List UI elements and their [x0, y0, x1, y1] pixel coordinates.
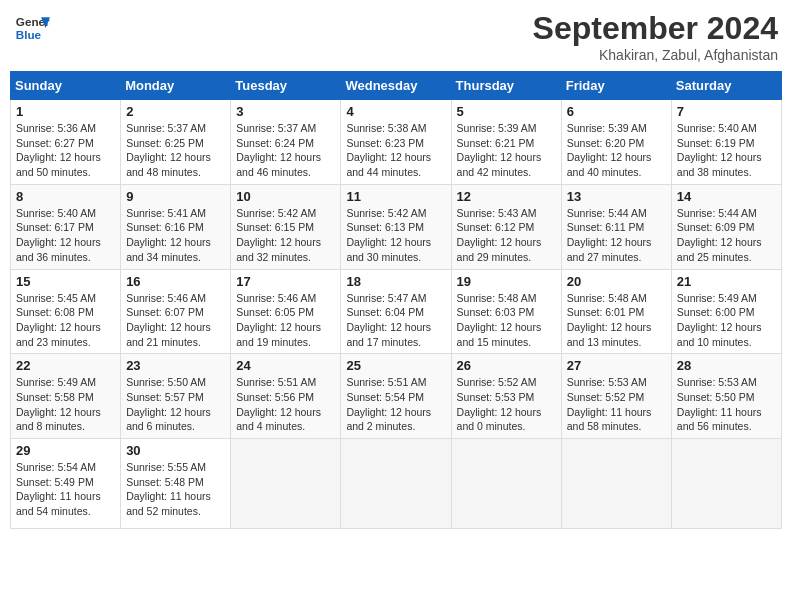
day-info: Sunrise: 5:42 AMSunset: 6:15 PMDaylight:…: [236, 207, 321, 263]
day-info: Sunrise: 5:37 AMSunset: 6:24 PMDaylight:…: [236, 122, 321, 178]
calendar-row-0: 1 Sunrise: 5:36 AMSunset: 6:27 PMDayligh…: [11, 100, 782, 185]
day-info: Sunrise: 5:53 AMSunset: 5:50 PMDaylight:…: [677, 376, 762, 432]
day-number: 11: [346, 189, 445, 204]
header-tuesday: Tuesday: [231, 72, 341, 100]
day-number: 23: [126, 358, 225, 373]
day-info: Sunrise: 5:44 AMSunset: 6:09 PMDaylight:…: [677, 207, 762, 263]
calendar-cell: 18 Sunrise: 5:47 AMSunset: 6:04 PMDaylig…: [341, 269, 451, 354]
header-monday: Monday: [121, 72, 231, 100]
calendar-cell: [341, 439, 451, 529]
calendar-cell: 14 Sunrise: 5:44 AMSunset: 6:09 PMDaylig…: [671, 184, 781, 269]
day-info: Sunrise: 5:50 AMSunset: 5:57 PMDaylight:…: [126, 376, 211, 432]
calendar-cell: [561, 439, 671, 529]
day-number: 15: [16, 274, 115, 289]
calendar-cell: 7 Sunrise: 5:40 AMSunset: 6:19 PMDayligh…: [671, 100, 781, 185]
day-number: 1: [16, 104, 115, 119]
calendar-cell: 29 Sunrise: 5:54 AMSunset: 5:49 PMDaylig…: [11, 439, 121, 529]
day-info: Sunrise: 5:47 AMSunset: 6:04 PMDaylight:…: [346, 292, 431, 348]
calendar-row-1: 8 Sunrise: 5:40 AMSunset: 6:17 PMDayligh…: [11, 184, 782, 269]
calendar-row-4: 29 Sunrise: 5:54 AMSunset: 5:49 PMDaylig…: [11, 439, 782, 529]
day-number: 13: [567, 189, 666, 204]
calendar-cell: 12 Sunrise: 5:43 AMSunset: 6:12 PMDaylig…: [451, 184, 561, 269]
day-number: 24: [236, 358, 335, 373]
header-sunday: Sunday: [11, 72, 121, 100]
day-info: Sunrise: 5:44 AMSunset: 6:11 PMDaylight:…: [567, 207, 652, 263]
day-number: 25: [346, 358, 445, 373]
calendar-cell: 20 Sunrise: 5:48 AMSunset: 6:01 PMDaylig…: [561, 269, 671, 354]
calendar-cell: 4 Sunrise: 5:38 AMSunset: 6:23 PMDayligh…: [341, 100, 451, 185]
day-number: 14: [677, 189, 776, 204]
logo: General Blue: [14, 10, 50, 46]
day-info: Sunrise: 5:51 AMSunset: 5:54 PMDaylight:…: [346, 376, 431, 432]
day-number: 28: [677, 358, 776, 373]
calendar-cell: 27 Sunrise: 5:53 AMSunset: 5:52 PMDaylig…: [561, 354, 671, 439]
day-info: Sunrise: 5:43 AMSunset: 6:12 PMDaylight:…: [457, 207, 542, 263]
header-thursday: Thursday: [451, 72, 561, 100]
calendar-cell: 10 Sunrise: 5:42 AMSunset: 6:15 PMDaylig…: [231, 184, 341, 269]
day-info: Sunrise: 5:41 AMSunset: 6:16 PMDaylight:…: [126, 207, 211, 263]
calendar-cell: 24 Sunrise: 5:51 AMSunset: 5:56 PMDaylig…: [231, 354, 341, 439]
day-number: 12: [457, 189, 556, 204]
calendar-cell: 16 Sunrise: 5:46 AMSunset: 6:07 PMDaylig…: [121, 269, 231, 354]
day-info: Sunrise: 5:49 AMSunset: 5:58 PMDaylight:…: [16, 376, 101, 432]
day-info: Sunrise: 5:39 AMSunset: 6:20 PMDaylight:…: [567, 122, 652, 178]
day-number: 27: [567, 358, 666, 373]
svg-text:Blue: Blue: [16, 28, 42, 41]
calendar-cell: 5 Sunrise: 5:39 AMSunset: 6:21 PMDayligh…: [451, 100, 561, 185]
day-info: Sunrise: 5:42 AMSunset: 6:13 PMDaylight:…: [346, 207, 431, 263]
day-info: Sunrise: 5:55 AMSunset: 5:48 PMDaylight:…: [126, 461, 211, 517]
calendar-cell: 17 Sunrise: 5:46 AMSunset: 6:05 PMDaylig…: [231, 269, 341, 354]
subtitle: Khakiran, Zabul, Afghanistan: [533, 47, 778, 63]
day-number: 16: [126, 274, 225, 289]
day-number: 29: [16, 443, 115, 458]
day-number: 6: [567, 104, 666, 119]
header: General Blue September 2024 Khakiran, Za…: [10, 10, 782, 63]
month-title: September 2024: [533, 10, 778, 47]
logo-icon: General Blue: [14, 10, 50, 46]
calendar-table: Sunday Monday Tuesday Wednesday Thursday…: [10, 71, 782, 529]
calendar-cell: 6 Sunrise: 5:39 AMSunset: 6:20 PMDayligh…: [561, 100, 671, 185]
day-info: Sunrise: 5:40 AMSunset: 6:19 PMDaylight:…: [677, 122, 762, 178]
calendar-cell: 2 Sunrise: 5:37 AMSunset: 6:25 PMDayligh…: [121, 100, 231, 185]
calendar-cell: 26 Sunrise: 5:52 AMSunset: 5:53 PMDaylig…: [451, 354, 561, 439]
day-info: Sunrise: 5:48 AMSunset: 6:01 PMDaylight:…: [567, 292, 652, 348]
day-info: Sunrise: 5:36 AMSunset: 6:27 PMDaylight:…: [16, 122, 101, 178]
day-number: 22: [16, 358, 115, 373]
calendar-cell: [451, 439, 561, 529]
day-number: 30: [126, 443, 225, 458]
day-info: Sunrise: 5:53 AMSunset: 5:52 PMDaylight:…: [567, 376, 652, 432]
day-info: Sunrise: 5:52 AMSunset: 5:53 PMDaylight:…: [457, 376, 542, 432]
calendar-cell: 15 Sunrise: 5:45 AMSunset: 6:08 PMDaylig…: [11, 269, 121, 354]
calendar-cell: [671, 439, 781, 529]
day-info: Sunrise: 5:38 AMSunset: 6:23 PMDaylight:…: [346, 122, 431, 178]
calendar-cell: 19 Sunrise: 5:48 AMSunset: 6:03 PMDaylig…: [451, 269, 561, 354]
title-area: September 2024 Khakiran, Zabul, Afghanis…: [533, 10, 778, 63]
day-info: Sunrise: 5:46 AMSunset: 6:05 PMDaylight:…: [236, 292, 321, 348]
day-info: Sunrise: 5:51 AMSunset: 5:56 PMDaylight:…: [236, 376, 321, 432]
day-info: Sunrise: 5:49 AMSunset: 6:00 PMDaylight:…: [677, 292, 762, 348]
calendar-cell: 22 Sunrise: 5:49 AMSunset: 5:58 PMDaylig…: [11, 354, 121, 439]
day-number: 26: [457, 358, 556, 373]
day-number: 9: [126, 189, 225, 204]
calendar-cell: 8 Sunrise: 5:40 AMSunset: 6:17 PMDayligh…: [11, 184, 121, 269]
day-info: Sunrise: 5:37 AMSunset: 6:25 PMDaylight:…: [126, 122, 211, 178]
header-saturday: Saturday: [671, 72, 781, 100]
calendar-cell: 23 Sunrise: 5:50 AMSunset: 5:57 PMDaylig…: [121, 354, 231, 439]
calendar-cell: [231, 439, 341, 529]
day-info: Sunrise: 5:39 AMSunset: 6:21 PMDaylight:…: [457, 122, 542, 178]
calendar-cell: 11 Sunrise: 5:42 AMSunset: 6:13 PMDaylig…: [341, 184, 451, 269]
calendar-cell: 21 Sunrise: 5:49 AMSunset: 6:00 PMDaylig…: [671, 269, 781, 354]
calendar-row-3: 22 Sunrise: 5:49 AMSunset: 5:58 PMDaylig…: [11, 354, 782, 439]
day-info: Sunrise: 5:45 AMSunset: 6:08 PMDaylight:…: [16, 292, 101, 348]
header-row: Sunday Monday Tuesday Wednesday Thursday…: [11, 72, 782, 100]
day-number: 20: [567, 274, 666, 289]
day-number: 2: [126, 104, 225, 119]
calendar-cell: 13 Sunrise: 5:44 AMSunset: 6:11 PMDaylig…: [561, 184, 671, 269]
header-wednesday: Wednesday: [341, 72, 451, 100]
day-number: 10: [236, 189, 335, 204]
day-number: 4: [346, 104, 445, 119]
day-number: 17: [236, 274, 335, 289]
header-friday: Friday: [561, 72, 671, 100]
day-number: 7: [677, 104, 776, 119]
day-info: Sunrise: 5:48 AMSunset: 6:03 PMDaylight:…: [457, 292, 542, 348]
